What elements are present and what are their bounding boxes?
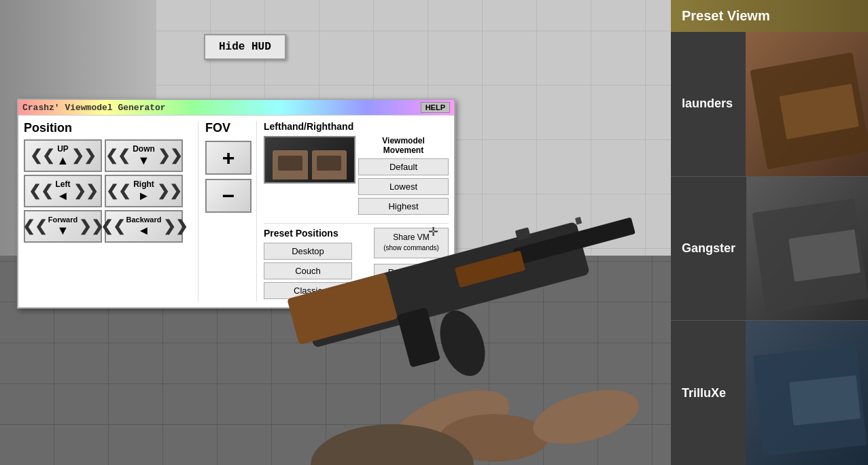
hide-hud-button[interactable]: Hide HUD xyxy=(204,34,286,60)
preset-vm-label-gangster: Gangster xyxy=(671,241,746,256)
down-button[interactable]: ❮❮ Down▼ ❯❯ xyxy=(105,139,183,172)
up-button[interactable]: ❮❮ UP▲ ❯❯ xyxy=(24,139,102,172)
help-button[interactable]: HELP xyxy=(421,102,450,113)
preset-vm-row-trilluxe[interactable]: TrilluXe xyxy=(671,321,868,465)
viewmodel-highest-button[interactable]: Highest xyxy=(358,198,449,215)
restore-vm-button[interactable]: Restore VM xyxy=(374,264,449,281)
cursor-crosshair: ✛ xyxy=(428,224,438,239)
panel-top-row: Position ❮❮ UP▲ ❯❯ ❮❮ Down▼ ❯❯ ❮❮ Left◄ xyxy=(18,116,454,307)
preset-viewmodel-title: Preset Viewm xyxy=(671,0,868,32)
preset-positions-title: Preset Positions xyxy=(264,228,368,239)
lefthand-title: Lefthand/Righthand xyxy=(264,121,449,132)
fov-minus-button[interactable]: − xyxy=(205,179,251,213)
left-button[interactable]: ❮❮ Left◄ ❯❯ xyxy=(24,175,102,207)
viewmodel-movement-section: ViewmodelMovement Default Lowest Highest xyxy=(358,136,449,218)
position-section: Position ❮❮ UP▲ ❯❯ ❮❮ Down▼ ❯❯ ❮❮ Left◄ xyxy=(24,121,194,302)
preset-vm-label-launders: launders xyxy=(671,97,746,111)
hand-preview xyxy=(264,136,355,184)
preset-vm-label-trilluxe: TrilluXe xyxy=(671,386,746,400)
share-restore-section: ✛ Share VM(show commands) Restore VM xyxy=(374,228,449,302)
preset-vm-thumb-launders xyxy=(746,32,868,176)
viewmodel-lowest-button[interactable]: Lowest xyxy=(358,178,449,195)
preset-couch-button[interactable]: Couch xyxy=(264,262,352,279)
preset-positions-row: Preset Positions Desktop Couch Classic ✛… xyxy=(264,223,449,302)
fov-title: FOV xyxy=(205,121,252,135)
right-button[interactable]: ❮❮ Right► ❯❯ xyxy=(105,175,183,207)
fov-section: FOV + − xyxy=(198,121,252,302)
preset-vm-row-launders[interactable]: launders xyxy=(671,32,868,177)
right-sections: Lefthand/Righthand xyxy=(256,121,449,302)
preset-vm-row-gangster[interactable]: Gangster xyxy=(671,177,868,322)
lefthand-section: Lefthand/Righthand xyxy=(264,121,449,223)
preset-vm-thumb-gangster xyxy=(746,177,868,321)
viewmodel-default-button[interactable]: Default xyxy=(358,158,449,175)
preset-vm-thumb-trilluxe xyxy=(746,321,868,465)
panel-titlebar: Crashz' Viewmodel Generator HELP xyxy=(18,100,454,116)
forward-button[interactable]: ❮❮ Forward▼ ❯❯ xyxy=(24,210,102,243)
viewmodel-generator-panel: Crashz' Viewmodel Generator HELP Positio… xyxy=(17,99,455,309)
preset-desktop-button[interactable]: Desktop xyxy=(264,243,352,260)
viewmodel-movement-title: ViewmodelMovement xyxy=(358,136,449,156)
preset-classic-button[interactable]: Classic xyxy=(264,282,352,299)
preset-viewmodel-panel: Preset Viewm launders Gangster TrilluXe xyxy=(671,0,868,465)
preset-positions-section: Preset Positions Desktop Couch Classic xyxy=(264,228,368,302)
fov-plus-button[interactable]: + xyxy=(205,141,251,175)
panel-title: Crashz' Viewmodel Generator xyxy=(22,103,166,113)
position-title: Position xyxy=(24,121,194,135)
backward-button[interactable]: ❮❮ Backward◄ ❯❯ xyxy=(105,210,183,243)
